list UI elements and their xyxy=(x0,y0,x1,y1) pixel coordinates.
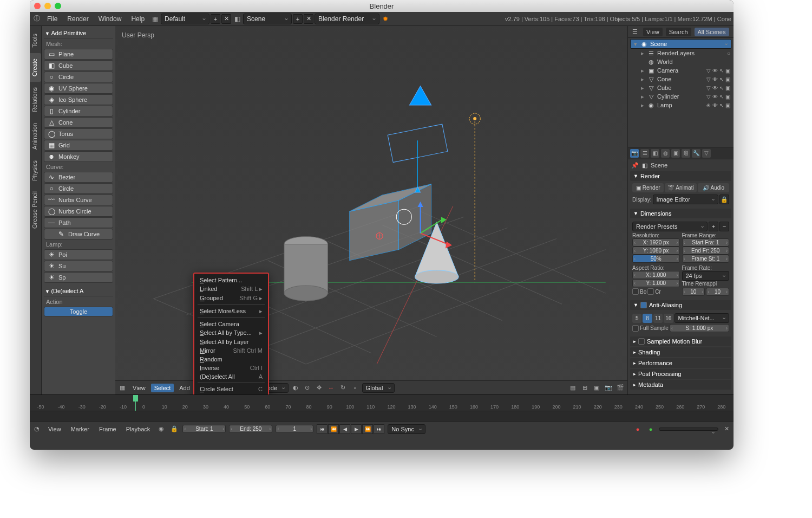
outliner-editor-icon[interactable]: ☰ xyxy=(630,27,640,37)
lamp-object[interactable] xyxy=(469,113,480,282)
menu-item-circle-select[interactable]: Circle SelectC xyxy=(194,385,268,393)
play-button[interactable]: ▶ xyxy=(351,424,362,434)
scene-add-button[interactable]: + xyxy=(293,14,303,24)
menu-item-select-pattern-[interactable]: Select Pattern... xyxy=(194,276,268,284)
scene-delete-button[interactable]: ✕ xyxy=(304,14,313,24)
overlays-icon[interactable]: ▤ xyxy=(568,383,578,393)
timeline-editor-icon[interactable]: ◔ xyxy=(32,424,42,434)
add-curve-path-button[interactable]: —Path xyxy=(44,217,113,228)
tab-tools[interactable]: Tools xyxy=(30,28,41,53)
render-layers-tab-icon[interactable]: ☰ xyxy=(640,149,649,158)
border-check[interactable] xyxy=(632,288,639,295)
vp-menu-select[interactable]: Select xyxy=(151,384,174,392)
animation-button[interactable]: 🎬Animati xyxy=(665,183,696,192)
tab-physics[interactable]: Physics xyxy=(30,155,41,186)
remap-old-field[interactable]: 10 xyxy=(682,288,705,296)
keying-icon[interactable]: ● xyxy=(646,424,656,434)
vp-menu-view[interactable]: View xyxy=(129,384,149,392)
dimensions-header[interactable]: Dimensions xyxy=(630,209,731,218)
fps-select[interactable]: 24 fps xyxy=(682,271,730,281)
start-frame-input[interactable]: Start: 1 xyxy=(182,425,226,433)
motion-blur-check[interactable] xyxy=(638,338,645,345)
add-mesh-grid-button[interactable]: ▦Grid xyxy=(44,140,113,151)
aspect-y-field[interactable]: Y: 1.000 xyxy=(632,279,680,287)
auto-keyframe-icon[interactable]: ◉ xyxy=(156,424,166,434)
renderable-icon[interactable]: ▣ xyxy=(725,76,730,82)
modifiers-tab-icon[interactable]: 🔧 xyxy=(692,149,700,158)
visibility-icon[interactable]: 👁 xyxy=(712,102,718,108)
aa-filter-select[interactable]: Mitchell-Net... xyxy=(675,313,730,323)
aa-samples-8[interactable]: 8 xyxy=(643,314,652,323)
layout-grid-icon[interactable]: ▦ xyxy=(150,14,160,24)
tab-animation[interactable]: Animation xyxy=(30,118,41,155)
outliner-camera[interactable]: ▸▣Camera▽👁↖▣ xyxy=(630,66,731,75)
screen-layout-select[interactable]: Default xyxy=(161,14,209,24)
render-section-header[interactable]: Render xyxy=(630,171,731,181)
outliner-renderlayers[interactable]: ▸☰RenderLayers○ xyxy=(630,49,731,57)
jump-end-button[interactable]: ⏭ xyxy=(374,424,384,434)
keying-set-select[interactable] xyxy=(659,428,718,431)
world-tab-icon[interactable]: ◍ xyxy=(661,149,670,158)
menu-item-random[interactable]: Random xyxy=(194,355,268,364)
display-lock-button[interactable]: 🔒 xyxy=(719,195,729,204)
menu-item-select-more-less[interactable]: Select More/Less ▸ xyxy=(194,307,268,316)
tl-view[interactable]: View xyxy=(45,425,64,433)
display-select[interactable]: Image Editor xyxy=(653,195,718,204)
selectable-icon[interactable]: ↖ xyxy=(719,76,724,82)
visibility-icon[interactable]: 👁 xyxy=(712,68,718,74)
render-button[interactable]: ▣Render xyxy=(632,183,664,192)
timeline-ruler[interactable]: -50-40-30-20-100102030405060708090100110… xyxy=(30,395,734,411)
manip-rotate-icon[interactable]: ↻ xyxy=(338,383,348,393)
add-mesh-plane-button[interactable]: ▭Plane xyxy=(44,49,113,60)
add-mesh-cube-button[interactable]: ◧Cube xyxy=(44,60,113,71)
lamp-data-icon[interactable]: ☀ xyxy=(706,102,711,108)
lock-icon[interactable]: 🔒 xyxy=(169,424,179,434)
mesh-data-icon[interactable]: ▽ xyxy=(706,68,711,74)
menu-item-select-all-by-layer[interactable]: Select All by Layer xyxy=(194,338,268,346)
visibility-icon[interactable]: 👁 xyxy=(712,85,718,91)
full-sample-check[interactable] xyxy=(632,325,639,332)
camera-icon[interactable]: 📷 xyxy=(604,383,613,393)
resolution-pct-field[interactable]: 50% xyxy=(632,255,680,263)
outliner-scene[interactable]: ▾◉Scene xyxy=(630,39,731,49)
draw-curve-button[interactable]: ✎Draw Curve xyxy=(44,229,113,239)
layout-add-button[interactable]: + xyxy=(211,14,220,24)
outliner-cube[interactable]: ▸▽Cube▽👁↖▣ xyxy=(630,83,731,92)
menu-item-grouped[interactable]: GroupedShift G ▸ xyxy=(194,294,268,303)
aspect-x-field[interactable]: X: 1.000 xyxy=(632,271,680,279)
render-preview-icon[interactable]: ▣ xyxy=(592,383,601,393)
layout-delete-button[interactable]: ✕ xyxy=(221,14,231,24)
prev-keyframe-button[interactable]: ⏪ xyxy=(328,424,339,434)
playhead[interactable] xyxy=(135,395,136,411)
vp-menu-add[interactable]: Add xyxy=(176,384,193,392)
toggle-button[interactable]: Toggle xyxy=(44,307,113,316)
clapboard-icon[interactable]: 🎬 xyxy=(615,383,625,393)
scene-icon[interactable]: ◧ xyxy=(232,14,242,24)
visibility-icon[interactable]: 👁 xyxy=(712,94,718,100)
outliner-lamp[interactable]: ▸◉Lamp☀👁↖▣ xyxy=(630,101,731,109)
render-engine-select[interactable]: Blender Render xyxy=(315,14,379,24)
antialias-header[interactable]: Anti-Aliasing xyxy=(630,300,731,310)
menu-window[interactable]: Window xyxy=(94,14,126,24)
section-shading[interactable]: Shading xyxy=(630,347,731,357)
outliner-search-btn[interactable]: Search xyxy=(666,28,691,36)
outliner-world[interactable]: ◍World xyxy=(630,57,731,66)
section-performance[interactable]: Performance xyxy=(630,358,731,368)
menu-item-inverse[interactable]: InverseCtrl I xyxy=(194,364,268,372)
renderable-icon[interactable]: ▣ xyxy=(725,68,730,74)
add-primitive-header[interactable]: Add Primitive xyxy=(44,28,113,38)
scene-tab-icon[interactable]: ◧ xyxy=(651,149,659,158)
selectable-icon[interactable]: ↖ xyxy=(719,94,724,100)
tl-playback[interactable]: Playback xyxy=(123,425,154,433)
editor-type-icon[interactable]: ▦ xyxy=(117,383,127,393)
record-icon[interactable]: ● xyxy=(633,424,643,434)
selectable-icon[interactable]: ↖ xyxy=(719,85,724,91)
end-frame-input[interactable]: End: 250 xyxy=(229,425,272,433)
keying-delete-icon[interactable]: ✕ xyxy=(722,424,731,434)
outliner-cylinder[interactable]: ▸▽Cylinder▽👁↖▣ xyxy=(630,92,731,101)
manipulator-icon[interactable]: ✥ xyxy=(315,383,324,393)
menu-item-select-all-by-type-[interactable]: Select All by Type... ▸ xyxy=(194,328,268,338)
tl-frame[interactable]: Frame xyxy=(96,425,120,433)
scene-select[interactable]: Scene xyxy=(243,14,292,24)
manip-translate-icon[interactable]: ↔ xyxy=(326,383,336,393)
